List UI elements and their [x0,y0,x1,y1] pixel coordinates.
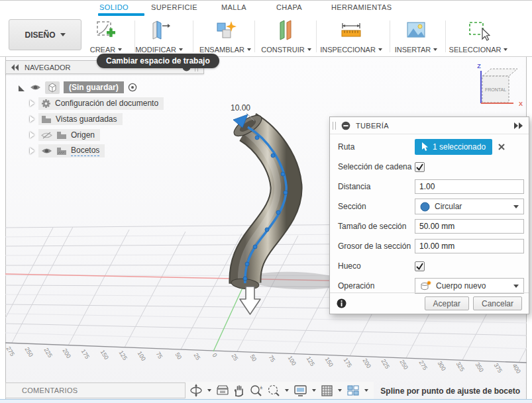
field-label: Selección de cadena [338,162,415,171]
tab-solido[interactable]: SOLIDO [99,3,129,11]
tree-row-sketches[interactable]: Bocetos [5,143,204,159]
activate-component-icon[interactable] [128,83,137,92]
chevron-down-icon[interactable] [207,389,211,392]
document-name[interactable]: (Sin guardar) [64,81,124,93]
visibility-off-eye-icon[interactable] [41,131,52,140]
folder-icon [56,131,67,140]
gear-icon [41,99,51,109]
dialog-footer: Aceptar Cancelar [330,292,529,314]
field-row-hueco: Hueco [338,256,521,276]
collapsed-arrow-icon[interactable] [30,132,34,138]
toolgroup-inspeccionar[interactable]: INSPECCIONAR [323,19,379,54]
chevron-down-icon[interactable] [364,389,368,392]
zoom-icon[interactable]: ± [249,384,264,397]
expanded-arrow-icon[interactable] [17,83,26,92]
chevron-down-icon [307,48,311,51]
visibility-eye-icon[interactable] [41,147,52,155]
pan-hand-icon[interactable] [233,384,246,397]
pipe-dialog: TUBERÍA Ruta 1 seleccionado [329,116,529,314]
field-label: Hueco [338,261,415,271]
toolbar-separator [390,21,390,52]
navigation-toolbar: ± [186,382,374,399]
toolbar-separator [134,21,135,52]
field-row-grosor: Grosor de la sección [338,236,521,256]
chevron-down-icon[interactable] [312,389,316,392]
field-row-ruta: Ruta 1 seleccionado [338,137,521,157]
toolgroup-construir[interactable]: CONSTRUIR [258,19,314,54]
zoom-window-icon[interactable] [267,384,280,397]
tree-row-doc-settings[interactable]: Configuración del documento [5,95,204,111]
active-tab-underline [98,13,144,16]
tab-herramientas[interactable]: HERRAMIENTAS [331,3,392,11]
create-sketch-icon [95,19,117,42]
distance-input[interactable] [415,179,524,194]
hollow-checkbox[interactable] [415,261,425,271]
viewcube[interactable]: FRONTAL Z X [460,62,527,114]
dimension-label[interactable]: 10.00 [231,103,250,112]
look-at-icon[interactable] [216,384,229,396]
toolgroup-ensamblar[interactable]: ENSAMBLAR [197,19,253,54]
info-icon[interactable] [337,298,346,308]
cancel-button[interactable]: Cancelar [473,296,522,310]
toolgroup-modificar[interactable]: MODIFICAR [131,19,187,54]
chain-selection-checkbox[interactable] [415,162,425,172]
insert-image-icon [405,19,427,42]
dialog-grip[interactable] [333,122,336,130]
tree-item-label: Bocetos [71,146,99,156]
toolgroup-seleccionar[interactable]: SELECCIONAR [451,19,506,54]
sketches-folder-icon [56,147,67,156]
collapse-dialog-icon[interactable] [341,121,350,130]
chevron-down-icon [60,33,66,36]
field-row-seccion: Sección Circular [338,197,521,216]
construct-plane-icon [275,19,297,42]
tree-row-document[interactable]: (Sin guardar) [5,79,204,95]
display-settings-icon[interactable] [293,384,307,397]
chevron-down-icon [433,48,437,51]
tree-row-named-views[interactable]: Vistas guardadas [5,111,204,127]
assemble-icon [213,19,237,42]
chevron-down-icon[interactable] [338,389,342,392]
toolgroup-insertar[interactable]: INSERTAR [388,19,444,54]
dialog-header[interactable]: TUBERÍA [330,117,529,134]
field-label: Operación [338,281,415,291]
tab-superficie[interactable]: SUPERFICIE [151,3,197,11]
toolbar-separator [316,21,317,52]
section-thickness-input[interactable] [415,239,524,253]
measure-icon [339,19,364,42]
dialog-title: TUBERÍA [356,122,508,130]
chevron-down-icon[interactable] [285,389,289,392]
operation-select[interactable]: Cuerpo nuevo [415,278,524,294]
field-label: Sección [338,202,415,211]
circular-section-icon [420,202,430,212]
field-row-distancia: Distancia [338,177,521,197]
clear-selection-icon[interactable] [498,143,505,151]
toolgroup-crear[interactable]: CREAR [78,19,134,54]
section-size-input[interactable] [415,219,524,234]
grid-settings-icon[interactable] [321,384,333,397]
tab-malla[interactable]: MALLA [221,3,246,11]
tree-item-label: Vistas guardadas [56,114,117,124]
collapse-panel-icon[interactable] [11,64,19,71]
tab-chapa[interactable]: CHAPA [276,3,302,11]
path-selection-button[interactable]: 1 seleccionado [415,139,492,155]
viewcube-z-label: Z [477,63,481,69]
expand-dialog-icon[interactable] [513,122,523,129]
section-select[interactable]: Circular [415,199,524,214]
workspace-button[interactable]: DISEÑO [9,19,81,50]
workspace-tooltip: Cambiar espacio de trabajo [97,54,219,68]
field-label: Grosor de la sección [338,242,415,251]
toolbar-separator [445,21,446,52]
viewcube-top-face [482,69,517,76]
orbit-icon[interactable] [189,384,203,397]
check-icon [415,163,424,171]
collapsed-arrow-icon[interactable] [30,116,34,122]
comments-panel[interactable]: COMENTARIOS [5,382,186,398]
accept-button[interactable]: Aceptar [425,296,469,310]
tree-row-origin[interactable]: Origen [5,127,204,143]
collapsed-arrow-icon[interactable] [30,148,34,154]
collapsed-arrow-icon[interactable] [30,100,34,107]
viewports-icon[interactable] [346,384,360,396]
chevron-down-icon [247,48,251,51]
visibility-eye-icon[interactable] [30,83,41,91]
chevron-down-icon [179,48,183,51]
